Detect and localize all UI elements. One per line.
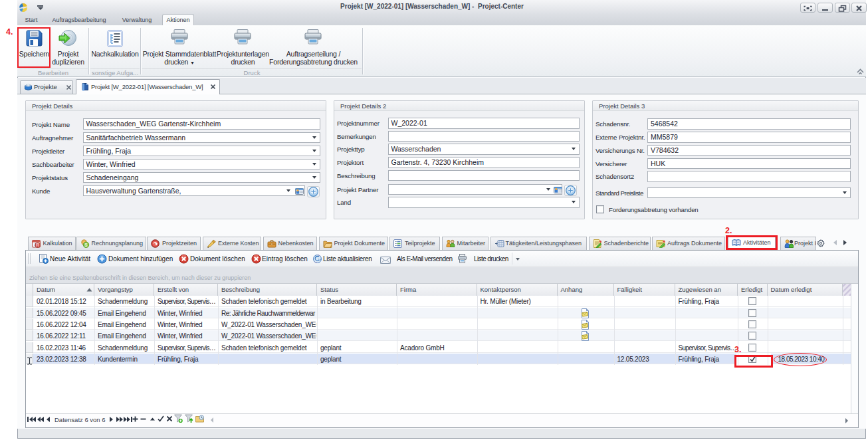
svg-text:$: $ bbox=[84, 243, 87, 247]
svg-text:R: R bbox=[36, 243, 39, 247]
